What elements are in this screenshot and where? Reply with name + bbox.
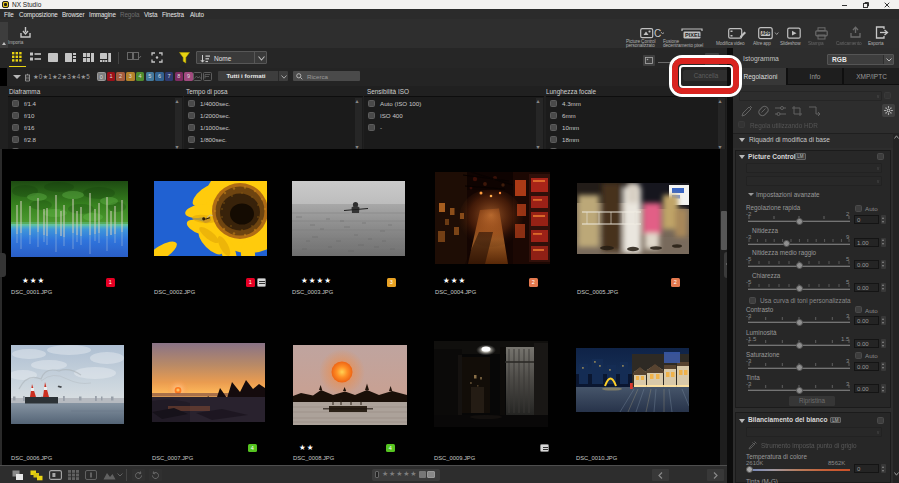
svg-text:APP: APP — [761, 31, 770, 36]
svg-text:PIXEL: PIXEL — [685, 32, 702, 38]
svg-text:C: C — [654, 28, 661, 39]
